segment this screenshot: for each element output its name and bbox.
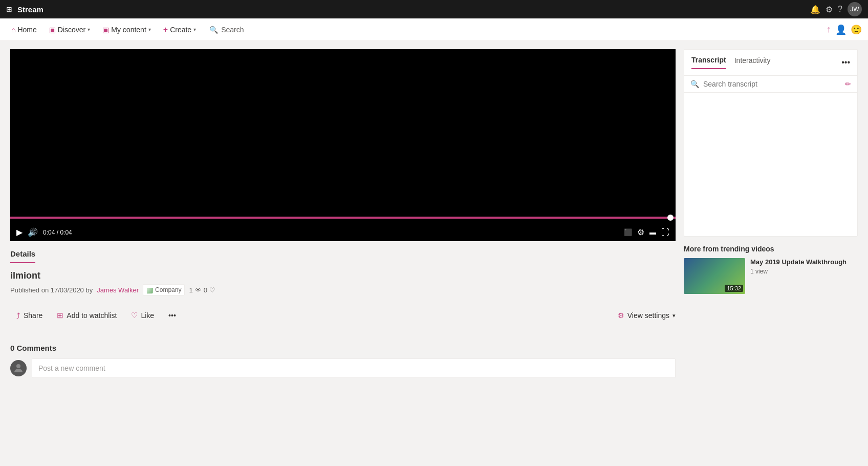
transcript-tab[interactable]: Transcript — [691, 56, 726, 69]
nav-home-label: Home — [17, 26, 36, 34]
progress-fill — [10, 217, 676, 219]
view-settings-button[interactable]: ⚙ View settings ▾ — [618, 311, 676, 320]
video-progress-bar[interactable] — [10, 217, 676, 219]
nav-home[interactable]: ⌂ Home — [6, 22, 42, 38]
watchlist-label: Add to watchlist — [67, 311, 117, 320]
my-content-icon: ▣ — [102, 26, 109, 34]
video-controls: ▶ 🔊 0:04 / 0:04 ⬛ ⚙ ▬ ⛶ — [10, 223, 676, 241]
more-icon: ••• — [168, 311, 176, 320]
published-label: Published on 17/03/2020 by — [10, 286, 93, 294]
settings-icon[interactable]: ⚙ — [826, 5, 833, 14]
share-button[interactable]: ⤴ Share — [10, 308, 49, 323]
topbar: ⊞ Stream 🔔 ⚙ ? JW — [0, 0, 868, 18]
upload-icon[interactable]: ↑ — [827, 24, 831, 35]
more-actions-button[interactable]: ••• — [162, 308, 182, 323]
trending-section: More from trending videos 15:32 May 2019… — [684, 245, 858, 294]
user-avatar — [10, 360, 27, 376]
volume-button[interactable]: 🔊 — [28, 227, 38, 237]
transcript-panel: Transcript Interactivity ••• 🔍 ✏ — [684, 49, 858, 237]
video-player[interactable]: ▶ 🔊 0:04 / 0:04 ⬛ ⚙ ▬ ⛶ — [10, 49, 676, 241]
home-icon: ⌂ — [11, 26, 15, 34]
watchlist-button[interactable]: ⊞ Add to watchlist — [51, 308, 123, 323]
company-badge: ▦ Company — [143, 284, 185, 295]
nav-discover-label: Discover — [58, 26, 85, 34]
gear-icon: ⚙ — [618, 311, 624, 320]
progress-thumb[interactable] — [667, 215, 674, 221]
views-icon: 👁 — [195, 286, 202, 294]
video-section: ▶ 🔊 0:04 / 0:04 ⬛ ⚙ ▬ ⛶ Details ilmiont … — [10, 49, 676, 378]
comment-input[interactable]: Post a new comment — [32, 358, 676, 378]
action-bar: ⤴ Share ⊞ Add to watchlist ♡ Like ••• ⚙ — [10, 304, 676, 327]
trending-views: 1 view — [750, 268, 847, 275]
comment-placeholder: Post a new comment — [38, 364, 105, 372]
comment-input-row: Post a new comment — [10, 358, 676, 378]
transcript-more-button[interactable]: ••• — [841, 58, 850, 67]
video-time: 0:04 / 0:04 — [43, 229, 72, 236]
emoji-icon[interactable]: 🙂 — [851, 24, 862, 35]
edit-icon[interactable]: ✏ — [845, 80, 851, 88]
nav-my-content[interactable]: ▣ My content ▾ — [97, 22, 156, 38]
video-meta: Published on 17/03/2020 by James Walker … — [10, 284, 676, 295]
nav-create-label: Create — [170, 26, 191, 34]
main-content: ▶ 🔊 0:04 / 0:04 ⬛ ⚙ ▬ ⛶ Details ilmiont … — [0, 41, 868, 386]
view-settings-label: View settings — [627, 311, 669, 320]
transcript-body — [684, 93, 857, 236]
nav-search[interactable]: 🔍 Search — [203, 23, 250, 37]
right-panel: Transcript Interactivity ••• 🔍 ✏ More fr… — [684, 49, 858, 378]
avatar[interactable]: JW — [848, 2, 862, 16]
details-tab[interactable]: Details — [10, 249, 35, 263]
comments-section: 0 Comments Post a new comment — [10, 344, 676, 378]
trending-video-title: May 2019 Update Walkthrough — [750, 258, 847, 266]
likes-count: 0 — [204, 286, 207, 294]
fullscreen-button[interactable]: ⛶ — [661, 228, 669, 237]
navbar: ⌂ Home ▣ Discover ▾ ▣ My content ▾ + Cre… — [0, 18, 868, 41]
people-icon[interactable]: 👤 — [835, 24, 847, 35]
nav-search-label: Search — [221, 26, 244, 34]
notification-icon[interactable]: 🔔 — [810, 5, 820, 14]
play-button[interactable]: ▶ — [16, 227, 23, 237]
create-icon: + — [163, 25, 168, 34]
like-button[interactable]: ♡ Like — [125, 308, 160, 323]
caption-button[interactable]: ⬛ — [624, 228, 632, 236]
transcript-search-icon: 🔍 — [690, 80, 699, 88]
share-icon: ⤴ — [16, 311, 20, 320]
like-label: Like — [141, 311, 154, 320]
settings-button[interactable]: ⚙ — [637, 227, 644, 237]
discover-icon: ▣ — [49, 26, 56, 34]
nav-my-content-label: My content — [111, 26, 146, 34]
transcript-search: 🔍 ✏ — [684, 76, 857, 93]
app-grid-icon[interactable]: ⊞ — [6, 5, 12, 13]
interactivity-tab[interactable]: Interactivity — [734, 56, 771, 69]
watchlist-icon: ⊞ — [57, 311, 63, 320]
likes-icon: ♡ — [209, 286, 215, 294]
company-icon: ▦ — [146, 286, 153, 294]
company-label: Company — [155, 286, 181, 293]
trending-thumbnail: 15:32 — [684, 258, 745, 294]
cc-button[interactable]: ▬ — [649, 228, 656, 236]
video-title: ilmiont — [10, 270, 676, 281]
like-icon: ♡ — [131, 311, 138, 320]
nav-right-actions: ↑ 👤 🙂 — [827, 24, 862, 35]
create-chevron-icon: ▾ — [193, 27, 196, 32]
view-settings-chevron-icon: ▾ — [672, 312, 676, 319]
discover-chevron-icon: ▾ — [88, 27, 90, 32]
app-title: Stream — [17, 5, 44, 14]
thumbnail-duration: 15:32 — [725, 285, 743, 292]
share-label: Share — [24, 311, 42, 320]
search-icon: 🔍 — [209, 26, 218, 34]
comments-title: 0 Comments — [10, 344, 676, 352]
trending-title: More from trending videos — [684, 245, 858, 253]
author-link[interactable]: James Walker — [97, 286, 139, 294]
nav-create[interactable]: + Create ▾ — [158, 21, 201, 38]
trending-item[interactable]: 15:32 May 2019 Update Walkthrough 1 view — [684, 258, 858, 294]
my-content-chevron-icon: ▾ — [148, 27, 151, 32]
views-count: 1 — [189, 286, 192, 294]
trending-info: May 2019 Update Walkthrough 1 view — [750, 258, 847, 294]
help-icon[interactable]: ? — [838, 5, 842, 14]
svg-point-0 — [16, 364, 20, 368]
details-section: Details ilmiont Published on 17/03/2020 … — [10, 241, 676, 335]
nav-discover[interactable]: ▣ Discover ▾ — [44, 22, 95, 38]
video-stats: 1 👁 0 ♡ — [189, 286, 215, 294]
transcript-search-input[interactable] — [703, 80, 841, 88]
transcript-header: Transcript Interactivity ••• — [684, 50, 857, 76]
